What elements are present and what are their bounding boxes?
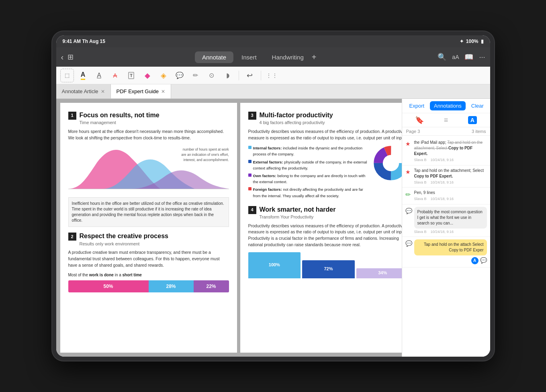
annotation-item-1[interactable]: ★ the iPad Mail app; Tap and hold on the… xyxy=(402,137,490,165)
section-2-num: 2 xyxy=(68,233,76,241)
more-icon[interactable]: ··· xyxy=(479,53,485,61)
doc-tab-guide[interactable]: PDF Expert Guide ✕ xyxy=(111,84,172,98)
toolbar-separator xyxy=(239,71,239,80)
annotations-tab[interactable]: Annotations xyxy=(430,101,466,110)
factor-internal-text: Internal factors: included inside the dy… xyxy=(253,145,369,157)
status-right: ✦ 100% ▮ xyxy=(460,39,484,44)
progress-label: Most of the work is done in a short time xyxy=(68,272,229,278)
annotation-body-2: Tap and hold on the attachment; Select C… xyxy=(414,168,487,185)
callout-box: Inefficient hours in the office are bett… xyxy=(68,197,229,227)
textbox-icon: T xyxy=(128,72,134,79)
undo-button[interactable]: ↩ xyxy=(243,69,257,82)
doc-tab-bar: Annotate Article ✕ PDF Expert Guide ✕ xyxy=(56,84,490,99)
doc-tab-article-label: Annotate Article xyxy=(62,88,98,94)
selection-tool-button[interactable]: ⬚ xyxy=(60,69,74,82)
lasso-button[interactable]: ⊙ xyxy=(205,69,219,82)
bookmark-icon[interactable]: 🔖 xyxy=(415,116,424,125)
annotation-item-3[interactable]: ✏ Pen, 9 lines Slava B 10/24/18, 9:16 xyxy=(402,188,490,204)
font-size-icon[interactable]: aA xyxy=(452,54,459,60)
section-2-subtitle: Results only work environment xyxy=(80,241,168,247)
chart-legend: number of hours spent at workare an indi… xyxy=(173,147,229,162)
battery-icon: ▮ xyxy=(481,39,484,44)
tab-handwriting[interactable]: Handwriting xyxy=(265,51,311,63)
grid-icon[interactable]: ⊞ xyxy=(67,53,74,61)
section-2-titles: Respect the creative process Results onl… xyxy=(80,232,168,247)
factors-list: Internal factors: included inside the dy… xyxy=(248,145,369,200)
highlight-a-icon: A xyxy=(81,71,86,80)
nav-left: ‹ ⊞ xyxy=(61,53,74,62)
overflow-button[interactable]: ⋮⋮ xyxy=(265,69,279,82)
factor-external-text: External factors: physically outside of … xyxy=(253,159,369,171)
annotation-item-2[interactable]: ★ Tap and hold on the attachment; Select… xyxy=(402,165,490,188)
annotation-icon[interactable]: A xyxy=(468,116,477,124)
avatar: A xyxy=(471,257,479,264)
section-1-subtitle: Time management xyxy=(80,120,160,126)
section-3-titles: Multi-factor productivity 4 big factors … xyxy=(260,111,333,126)
toolbar: ⬚ A A A T ◆ ◈ 💬 ✏ xyxy=(56,67,490,84)
comment-button[interactable]: 💬 xyxy=(173,69,186,82)
tab-annotate[interactable]: Annotate xyxy=(195,51,233,63)
pencil-button[interactable]: ✏ xyxy=(189,69,202,82)
bar-34: 34% xyxy=(356,268,402,278)
section-1-num: 1 xyxy=(68,112,76,120)
outgoing-bubble-row: Tap and hold on the attach Select Copy t… xyxy=(414,239,487,265)
progress-bar-50: 50% xyxy=(68,280,149,292)
overflow-icon: ⋮⋮ xyxy=(266,72,278,79)
doc-tab-guide-close[interactable]: ✕ xyxy=(161,89,165,94)
toolbar-separator-2 xyxy=(261,71,261,80)
list-icon[interactable]: ≡ xyxy=(444,116,448,125)
book-icon[interactable]: 📖 xyxy=(464,53,473,61)
section-3-num: 3 xyxy=(248,112,256,120)
annotation-body-1: the iPad Mail app; Tap and hold on the a… xyxy=(414,140,487,163)
nav-right: 🔍 aA 📖 ··· xyxy=(438,53,485,61)
shape-fill-button[interactable]: ◆ xyxy=(141,69,154,82)
section-4-num: 4 xyxy=(248,206,256,214)
items-count: 3 items xyxy=(472,129,486,134)
annotation-text-3: Pen, 9 lines xyxy=(414,190,487,196)
strikethrough-icon: A xyxy=(113,72,117,79)
annotation-item-4[interactable]: 💬 Probably the most common question I ge… xyxy=(402,204,490,237)
nav-bar: ‹ ⊞ Annotate Insert Handwriting + 🔍 aA 📖… xyxy=(56,47,490,67)
callout-text: Inefficient hours in the office are bett… xyxy=(72,201,224,223)
search-icon[interactable]: 🔍 xyxy=(438,53,446,61)
textbox-button[interactable]: T xyxy=(125,69,138,82)
tab-insert[interactable]: Insert xyxy=(234,51,264,63)
doc-tab-guide-label: PDF Expert Guide xyxy=(117,88,159,94)
section-2-title: Respect the creative process xyxy=(80,232,168,241)
section-4-body: Productivity describes various measures … xyxy=(248,223,402,248)
selection-icon: ⬚ xyxy=(65,72,70,78)
pencil-icon: ✏ xyxy=(193,71,198,79)
section-2-body: A productive creative team must embrace … xyxy=(68,249,229,268)
device-frame: 9:41 AM Th Aug 15 ✦ 100% ▮ ‹ ⊞ Annotate … xyxy=(52,31,494,361)
section-1-header: 1 Focus on results, not time Time manage… xyxy=(68,111,229,126)
underline-button[interactable]: A xyxy=(92,69,106,82)
highlight-yellow-button[interactable]: A xyxy=(76,69,90,82)
doc-tab-article[interactable]: Annotate Article ✕ xyxy=(56,84,111,98)
add-tab-button[interactable]: + xyxy=(312,53,317,62)
star-icon-2: ★ xyxy=(405,168,412,185)
factor-own: Own factors: belong to the company and a… xyxy=(248,173,369,185)
strikethrough-button[interactable]: A xyxy=(108,69,122,82)
section-1-title: Focus on results, not time xyxy=(80,111,160,120)
pdf-viewer[interactable]: 1 Focus on results, not time Time manage… xyxy=(56,99,402,357)
chart-area: number of hours spent at workare an indi… xyxy=(68,145,229,189)
factor-external-dot xyxy=(248,160,252,163)
battery-percent: 100% xyxy=(466,39,479,44)
progress-bar-28: 28% xyxy=(149,280,194,292)
underline-icon: A xyxy=(97,72,101,79)
annotation-item-5[interactable]: 💬 Tap and hold on the attach Select Copy… xyxy=(402,237,490,267)
ink-button[interactable]: ◗ xyxy=(221,69,235,82)
outgoing-bubble: Tap and hold on the attach Select Copy t… xyxy=(414,239,487,255)
donut-chart xyxy=(373,145,402,181)
factor-own-dot xyxy=(248,174,252,177)
export-tab[interactable]: Export xyxy=(405,101,429,110)
bar-100: 100% xyxy=(248,252,301,278)
doc-tab-article-close[interactable]: ✕ xyxy=(101,89,105,94)
back-button[interactable]: ‹ xyxy=(61,53,64,62)
annotation-body-3: Pen, 9 lines Slava B 10/24/18, 9:16 xyxy=(414,190,487,202)
clear-tab[interactable]: Clear xyxy=(467,101,488,110)
eraser-icon: ◈ xyxy=(161,71,166,80)
eraser-button[interactable]: ◈ xyxy=(157,69,170,82)
section-4-header: 4 Work smarter, not harder Transform You… xyxy=(248,205,402,220)
section-1-body: More hours spent at the office doesn't n… xyxy=(68,129,229,141)
